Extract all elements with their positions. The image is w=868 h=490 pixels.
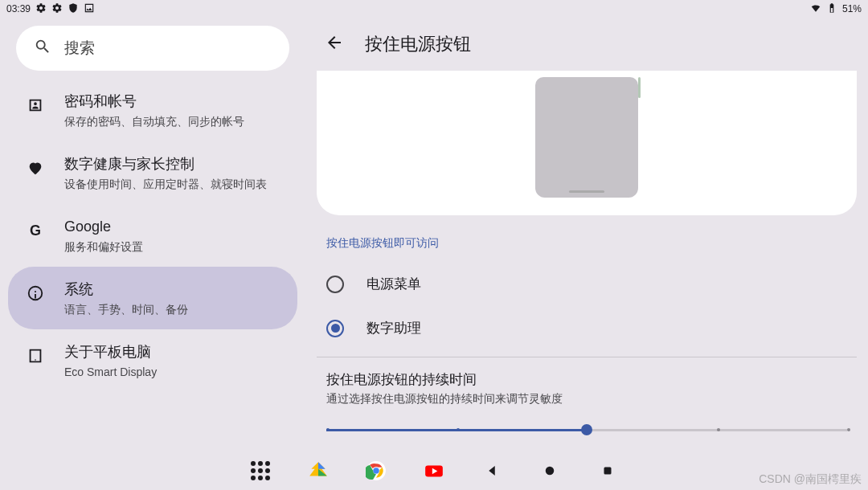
search-icon [34,38,51,59]
picture-icon [84,2,95,16]
sidebar-item-3[interactable]: 系统 语言、手势、时间、备份 [8,267,297,329]
sidebar-item-2[interactable]: G Google 服务和偏好设置 [8,204,297,267]
radio-icon [326,276,344,293]
radio-label: 电源菜单 [366,275,421,293]
app-drawer-button[interactable] [250,460,271,481]
sidebar-item-title: 关于平板电脑 [64,342,157,361]
sidebar-item-sub: 保存的密码、自动填充、同步的帐号 [64,114,244,129]
svg-marker-1 [318,462,326,469]
slider-sub: 通过选择按住电源按钮的持续时间来调节灵敏度 [326,392,847,406]
settings-sidebar: 密码和帐号 保存的密码、自动填充、同步的帐号 数字健康与家长控制 设备使用时间、… [0,18,305,451]
nav-home-button[interactable] [539,460,560,481]
watermark: CSDN @南国樗里疾 [759,472,862,487]
chrome-icon[interactable] [366,460,387,481]
duration-slider[interactable] [326,424,847,435]
section-label: 按住电源按钮即可访问 [317,215,857,262]
sidebar-item-4[interactable]: 关于平板电脑 Eco Smart Display [8,329,297,392]
svg-point-5 [373,468,379,474]
sidebar-item-title: 数字健康与家长控制 [64,154,267,174]
files-icon[interactable] [308,460,329,481]
status-time: 03:39 [6,3,31,14]
nav-back-button[interactable] [481,460,502,481]
radio-option-1[interactable]: 数字助理 [317,306,857,350]
page-title: 按住电源按钮 [365,32,471,56]
radio-icon [326,320,344,337]
svg-point-8 [546,467,555,476]
radio-label: 数字助理 [366,319,421,337]
sidebar-item-title: 密码和帐号 [64,92,244,111]
status-battery: 51% [842,3,862,14]
nav-recent-button[interactable] [597,460,618,481]
heart-icon [26,154,45,180]
search-bar[interactable] [16,26,289,71]
sidebar-item-sub: 语言、手势、时间、备份 [64,302,188,316]
sidebar-item-title: 系统 [64,280,188,299]
gear-icon [51,2,63,16]
status-bar: 03:39 51% [0,0,868,18]
user-badge-icon [26,92,45,117]
wifi-icon [810,2,821,16]
illustration [317,71,857,215]
slider-title: 按住电源按钮的持续时间 [326,370,847,389]
sidebar-item-sub: 服务和偏好设置 [64,239,143,254]
sidebar-item-sub: Eco Smart Display [64,365,157,379]
nav-bar: CSDN @南国樗里疾 [0,451,868,490]
radio-option-0[interactable]: 电源菜单 [317,262,857,306]
phone-illustration [535,77,638,198]
gear-icon [35,2,47,16]
sidebar-item-sub: 设备使用时间、应用定时器、就寝时间表 [64,177,267,191]
search-input[interactable] [64,39,272,57]
sidebar-item-1[interactable]: 数字健康与家长控制 设备使用时间、应用定时器、就寝时间表 [8,141,297,204]
info-icon [26,280,45,305]
svg-rect-9 [604,468,612,475]
sidebar-item-title: Google [64,217,143,236]
youtube-icon[interactable] [424,460,444,481]
slider-thumb[interactable] [581,424,592,435]
sidebar-item-0[interactable]: 密码和帐号 保存的密码、自动填充、同步的帐号 [8,79,297,141]
shield-icon [68,2,79,16]
google-icon: G [26,217,45,243]
tablet-icon [26,342,45,368]
battery-icon [826,2,837,16]
back-button[interactable] [325,33,344,55]
